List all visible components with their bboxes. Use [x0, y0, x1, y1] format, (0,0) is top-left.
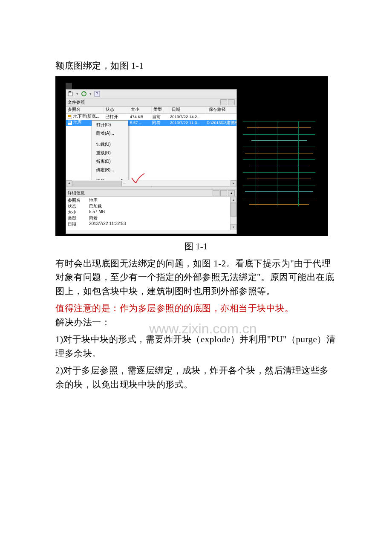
cell-path	[205, 114, 236, 120]
detail-row: 状态 已加载	[66, 203, 230, 209]
table-header: 参照名 状态 大小 类型 日期 保存路径	[66, 107, 236, 114]
solution-heading: 解决办法一：	[55, 317, 110, 327]
cad-drawing-preview	[239, 117, 320, 211]
v-scrollbar[interactable]: ▴ ▾	[230, 197, 236, 230]
intro-line: 额底图绑定，如图 1-1	[55, 59, 337, 73]
tree-view-icon[interactable]	[228, 99, 235, 105]
detail-row: 参照名 地库	[66, 197, 230, 203]
detail-key: 日期	[66, 221, 87, 227]
detail-label: 详细信息	[68, 190, 85, 196]
toolbar-sep: ▾	[76, 92, 78, 96]
detail-row: 日期 2013/7/22 11:32:53	[66, 221, 230, 227]
detail-key: 大小	[66, 209, 87, 215]
ctx-open[interactable]: 打开(O)	[92, 121, 128, 129]
red-note: 值得注意的是：作为多层参照的的底图，亦相当于块中块。	[55, 303, 294, 313]
table-row[interactable]: 地下室(新底... 已打开 474 KB 当前 2013/7/22 14:2..…	[66, 114, 236, 120]
xref-table: 参照名 状态 大小 类型 日期 保存路径 地下室(新底... 已打开 474	[66, 107, 236, 180]
scroll-thumb[interactable]	[72, 181, 122, 187]
dwg-icon	[68, 121, 72, 125]
cell-status: 已打开	[104, 114, 128, 120]
context-menu: 打开(O) 附着(A)... 卸载(U) 重载(R) 拆离(D) 绑定(B)..…	[92, 120, 128, 186]
ctx-unload[interactable]: 卸载(U)	[92, 140, 128, 149]
detail-btn2-icon[interactable]	[220, 190, 227, 196]
col-date[interactable]: 日期	[170, 107, 207, 113]
scroll-thumb[interactable]	[231, 203, 236, 217]
refresh-icon[interactable]	[81, 91, 87, 97]
xref-palette: ▾ ▾ ? 文件参照	[66, 89, 237, 234]
cell-path: D:\2013年\建德桥东城市	[205, 120, 236, 126]
ctx-attach[interactable]: 附着(A)...	[92, 129, 128, 138]
screenshot-figure-1-1: ✕ 图参照态 ▾ ▾ ?	[55, 76, 328, 236]
detail-value: 地库	[87, 197, 230, 203]
svg-rect-1	[69, 91, 71, 92]
attach-dwg-icon[interactable]	[68, 91, 74, 97]
detail-value: 5.57 MB	[87, 209, 230, 215]
scroll-up-icon[interactable]: ▴	[231, 197, 236, 203]
col-type[interactable]: 类型	[152, 107, 170, 113]
scroll-track[interactable]	[231, 203, 236, 224]
cell-type: 当前	[150, 114, 168, 120]
list-view-icon[interactable]	[220, 99, 227, 105]
collapse-icon[interactable]: ▴	[228, 190, 235, 196]
col-size[interactable]: 大小	[129, 107, 152, 113]
svg-rect-0	[68, 92, 72, 96]
cell-size: 474 KB	[128, 114, 150, 120]
cell-refname: 地库	[73, 120, 82, 125]
detail-row: 类型 附着	[66, 215, 230, 221]
solution-1: 1)对于块中块的形式，需要炸开块（explode）并利用"PU"（purge）清…	[55, 332, 337, 360]
ctx-bind[interactable]: 绑定(B)...	[92, 166, 128, 174]
svg-rect-8	[68, 121, 71, 123]
detail-value: 附着	[87, 215, 230, 221]
cell-type: 附着	[150, 120, 168, 126]
h-scrollbar[interactable]: ◂ ⋯ ▸	[66, 180, 236, 186]
cell-size: 5.57 ...	[128, 120, 150, 126]
detail-key: 类型	[66, 215, 87, 221]
paragraph-2: 有时会出现底图无法绑定的问题，如图 1-2。看底下提示为"由于代理对象有问题，至…	[55, 257, 337, 298]
detail-key: 状态	[66, 203, 87, 209]
scroll-down-icon[interactable]: ▾	[231, 224, 236, 230]
cell-date: 2013/7/22 14:2...	[168, 114, 205, 120]
detail-value: 已加载	[87, 203, 230, 209]
ctx-reload[interactable]: 重载(R)	[92, 149, 128, 157]
svg-rect-6	[68, 115, 71, 117]
paragraph-redline: 值得注意的是：作为多层参照的的底图，亦相当于块中块。 解决办法一：	[55, 301, 337, 329]
detail-panel: 参照名 地库 状态 已加载 大小 5.57 MB	[66, 197, 236, 230]
detail-key: 参照名	[66, 197, 87, 203]
cell-refname: 地下室(新底...	[73, 114, 99, 119]
svg-text:?: ?	[96, 92, 98, 96]
col-path[interactable]: 保存路径	[207, 107, 236, 113]
scroll-track[interactable]: ⋯	[72, 180, 231, 186]
splitter[interactable]: ⌃	[66, 186, 236, 190]
dwg-icon	[68, 115, 72, 119]
detail-row: 大小 5.57 MB	[66, 209, 230, 215]
file-ref-header: 文件参照	[66, 98, 236, 107]
splitter-grip-icon: ⌃	[147, 187, 156, 188]
scroll-right-icon[interactable]: ▸	[231, 180, 236, 186]
detail-value: 2013/7/22 11:32:53	[87, 221, 230, 227]
ctx-detach[interactable]: 拆离(D)	[92, 157, 128, 166]
scroll-left-icon[interactable]: ◂	[66, 180, 72, 186]
file-ref-label: 文件参照	[68, 99, 85, 105]
detail-header: 详细信息 ▴	[66, 190, 236, 197]
toolbar-sep: ▾	[89, 92, 92, 96]
cell-date: 2013/7/22 11:3...	[168, 120, 205, 126]
help-icon[interactable]: ?	[94, 91, 100, 97]
caption-1-1: 图 1-1	[55, 240, 337, 252]
palette-toolbar: ▾ ▾ ?	[66, 90, 236, 98]
detail-btn1-icon[interactable]	[213, 190, 219, 196]
col-status[interactable]: 状态	[104, 107, 129, 113]
solution-2: 2)对于多层参照，需逐层绑定，成块，炸开各个块，然后清理这些多余的块，以免出现块…	[55, 364, 337, 391]
col-refname[interactable]: 参照名	[66, 107, 104, 113]
scroll-grip-icon: ⋯	[123, 182, 127, 185]
